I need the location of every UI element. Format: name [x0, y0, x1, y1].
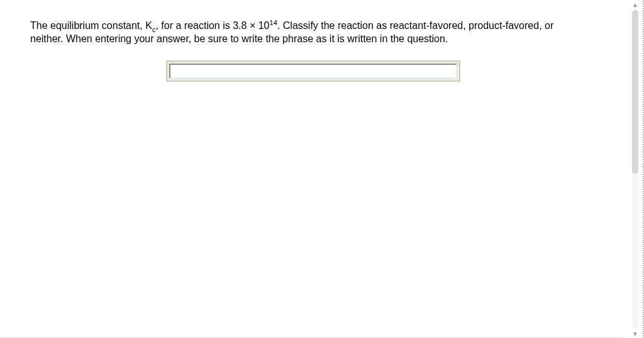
- question-part1: The equilibrium constant, K: [30, 20, 152, 31]
- answer-input-frame: [166, 60, 460, 82]
- question-text: The equilibrium constant, Kc, for a reac…: [30, 19, 584, 45]
- scroll-up-arrow-icon[interactable]: ▲: [630, 0, 640, 9]
- scroll-down-arrow-icon[interactable]: ▼: [630, 329, 640, 338]
- triangle-down-icon: ▼: [632, 330, 638, 337]
- triangle-up-icon: ▲: [632, 1, 638, 8]
- vertical-scrollbar: ▲ ▼: [630, 0, 640, 338]
- question-superscript: 14: [269, 19, 277, 26]
- content-area: The equilibrium constant, Kc, for a reac…: [0, 0, 623, 338]
- answer-input-inner: [169, 64, 457, 79]
- question-part2: , for a reaction is 3.8 × 10: [155, 20, 269, 31]
- scrollbar-thumb[interactable]: [632, 10, 638, 174]
- answer-input[interactable]: [170, 65, 456, 77]
